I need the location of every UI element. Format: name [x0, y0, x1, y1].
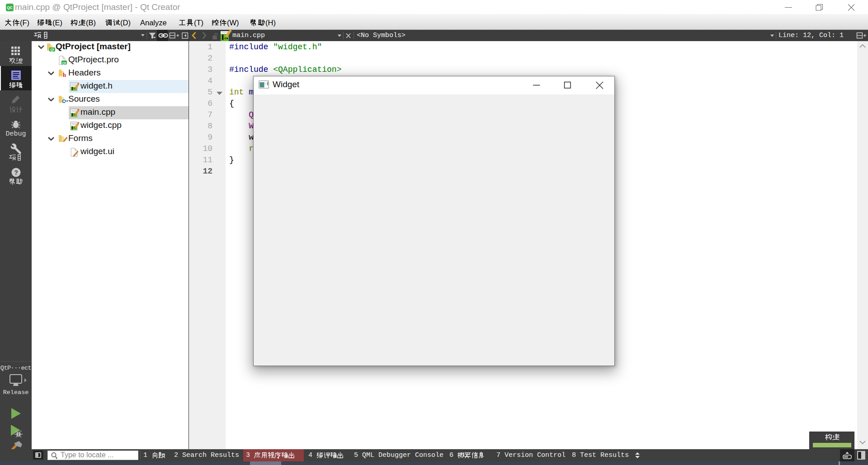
svg-text:Qt: Qt [62, 61, 66, 65]
svg-text:h: h [63, 71, 66, 78]
svg-text:QC: QC [7, 5, 13, 10]
svg-text:?: ? [14, 169, 18, 176]
svg-text:Qt: Qt [50, 47, 54, 52]
